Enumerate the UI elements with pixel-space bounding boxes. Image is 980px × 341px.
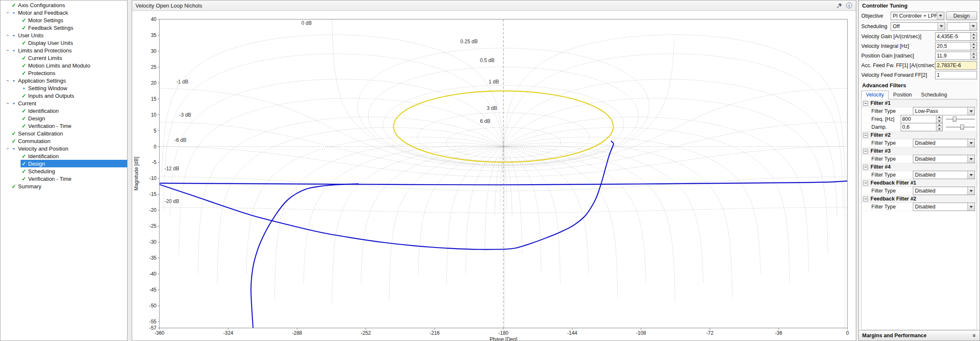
sidebar-item-inputs-and-outputs[interactable]: ✓Inputs and Outputs bbox=[0, 92, 127, 99]
objective-dropdown[interactable]: PI Controller + LPF bbox=[891, 12, 944, 20]
sidebar-item-feedback-settings[interactable]: ✓Feedback Settings bbox=[0, 24, 127, 31]
tab-position[interactable]: Position bbox=[889, 91, 916, 99]
design-button[interactable]: Design bbox=[946, 11, 977, 20]
filter-type-dropdown[interactable]: Low-Pass bbox=[913, 107, 975, 115]
tab-scheduling[interactable]: Scheduling bbox=[917, 91, 952, 99]
sidebar-item-motion-limits-and-modulo[interactable]: ✓Motion Limits and Modulo bbox=[0, 62, 127, 69]
check-icon: ✓ bbox=[21, 176, 27, 182]
filter-type-dropdown[interactable]: Disabled bbox=[913, 203, 975, 211]
info-icon[interactable]: i bbox=[846, 2, 852, 9]
tree-collapse-icon[interactable]: − bbox=[5, 146, 10, 151]
param-input[interactable]: 11,9 bbox=[935, 52, 977, 60]
spin-down-icon[interactable] bbox=[936, 127, 942, 131]
spin-down-icon[interactable] bbox=[971, 55, 977, 60]
sidebar-item-limits-and-protections[interactable]: −●Limits and Protections bbox=[0, 47, 127, 54]
sidebar-item-settling-window[interactable]: ●Settling Window bbox=[0, 84, 127, 92]
sidebar-item-verification-time[interactable]: ✓Verification - Time bbox=[0, 122, 127, 130]
margins-performance-expander[interactable]: Margins and Performance » bbox=[859, 330, 980, 341]
param-input[interactable]: 1 bbox=[935, 71, 977, 79]
sidebar-item-application-settings[interactable]: −●Application Settings bbox=[0, 77, 127, 84]
spin-up-icon[interactable] bbox=[971, 52, 977, 56]
sidebar-item-display-user-units[interactable]: ✓Display User Units bbox=[0, 39, 127, 47]
filter-type-dropdown[interactable]: Disabled bbox=[913, 171, 975, 179]
slider-track[interactable] bbox=[946, 119, 975, 120]
chevron-down-icon[interactable] bbox=[937, 12, 944, 20]
chevron-down-icon[interactable] bbox=[938, 23, 945, 30]
slider[interactable] bbox=[946, 116, 975, 122]
scheduling-dropdown[interactable]: Off bbox=[891, 22, 945, 31]
chevron-down-icon[interactable] bbox=[967, 139, 975, 147]
sidebar-item-design[interactable]: ✓Design bbox=[0, 115, 127, 122]
tree-collapse-icon[interactable]: − bbox=[5, 78, 10, 83]
sidebar-item-design[interactable]: ✓Design bbox=[0, 160, 127, 167]
spin-up-icon[interactable] bbox=[971, 42, 977, 46]
slider-thumb[interactable] bbox=[960, 125, 964, 130]
spinner[interactable] bbox=[970, 42, 977, 50]
filter-type-dropdown[interactable]: Disabled bbox=[913, 155, 975, 163]
sidebar-item-summary[interactable]: ✓Summary bbox=[0, 182, 127, 190]
spinner[interactable] bbox=[936, 115, 942, 123]
sidebar-item-current[interactable]: −●Current bbox=[0, 99, 127, 107]
chevron-down-icon[interactable] bbox=[967, 155, 975, 163]
tree-collapse-icon[interactable]: − bbox=[5, 47, 10, 53]
param-input[interactable]: 4,435E-5 bbox=[935, 32, 977, 41]
param-input[interactable]: 20,5 bbox=[935, 42, 977, 50]
tree-collapse-icon[interactable]: − bbox=[5, 32, 10, 38]
slider-thumb[interactable] bbox=[953, 117, 957, 122]
collapse-icon[interactable]: − bbox=[863, 133, 868, 138]
spin-down-icon[interactable] bbox=[971, 36, 977, 40]
filter-type-dropdown[interactable]: Disabled bbox=[913, 139, 975, 147]
tree-collapse-icon[interactable]: − bbox=[5, 10, 10, 16]
pin-icon[interactable] bbox=[836, 2, 842, 9]
param-input[interactable]: 2,7837E-6 bbox=[935, 61, 977, 70]
sidebar-item-motor-and-feedback[interactable]: −●Motor and Feedback bbox=[0, 9, 127, 16]
filter-group-header[interactable]: −Feedback Filter #1 bbox=[862, 179, 977, 187]
chevron-down-icon[interactable] bbox=[970, 23, 977, 30]
filter-group-header[interactable]: −Filter #2 bbox=[862, 131, 977, 139]
sidebar-item-protections[interactable]: ✓Protections bbox=[0, 69, 127, 77]
sidebar-item-axis-configurations[interactable]: ✓Axis Configurations bbox=[0, 1, 127, 9]
slider[interactable] bbox=[946, 124, 975, 130]
spinner[interactable] bbox=[970, 52, 977, 60]
chevron-double-icon[interactable]: » bbox=[971, 334, 978, 337]
collapse-icon[interactable]: − bbox=[863, 197, 868, 201]
sidebar-item-identification[interactable]: ✓Identification bbox=[0, 152, 127, 160]
filter-param-input[interactable]: 0,6 bbox=[901, 123, 943, 131]
sidebar-item-scheduling[interactable]: ✓Scheduling bbox=[0, 167, 127, 175]
filter-group-header[interactable]: −Feedback Filter #2 bbox=[862, 195, 977, 203]
collapse-icon[interactable]: − bbox=[863, 149, 868, 154]
spin-up-icon[interactable] bbox=[936, 123, 942, 127]
sidebar-item-velocity-and-position[interactable]: −●Velocity and Position bbox=[0, 145, 127, 152]
sidebar-item-commutation[interactable]: ✓Commutation bbox=[0, 137, 127, 145]
spin-down-icon[interactable] bbox=[971, 46, 977, 50]
chevron-down-icon[interactable] bbox=[967, 107, 975, 115]
filter-group-header[interactable]: −Filter #3 bbox=[862, 147, 977, 155]
filter-group-header[interactable]: −Filter #4 bbox=[862, 163, 977, 171]
spinner[interactable] bbox=[970, 33, 977, 40]
spin-up-icon[interactable] bbox=[971, 33, 977, 36]
sidebar-item-user-units[interactable]: −●User Units bbox=[0, 31, 127, 39]
x-tick-label: -144 bbox=[567, 330, 577, 336]
chevron-down-icon[interactable] bbox=[967, 187, 975, 195]
sidebar-item-verification-time[interactable]: ✓Verification - Time bbox=[0, 175, 127, 182]
tab-velocity[interactable]: Velocity bbox=[861, 91, 889, 99]
filter-group-header[interactable]: −Filter #1 bbox=[862, 99, 977, 107]
chevron-down-icon[interactable] bbox=[967, 203, 975, 211]
scheduling-mode-dropdown[interactable] bbox=[947, 22, 977, 31]
filter-param-input[interactable]: 800 bbox=[901, 115, 943, 123]
spin-up-icon[interactable] bbox=[936, 115, 942, 119]
tree-collapse-icon[interactable]: − bbox=[5, 100, 10, 106]
collapse-icon[interactable]: − bbox=[863, 181, 868, 185]
nichols-plot[interactable]: 0 dB0.25 dB0.5 dB1 dB3 dB6 dB-1 dB-3 dB-… bbox=[132, 11, 857, 341]
tree-splitter[interactable] bbox=[128, 0, 132, 341]
chevron-down-icon[interactable] bbox=[967, 171, 975, 179]
filter-type-dropdown[interactable]: Disabled bbox=[913, 187, 975, 195]
collapse-icon[interactable]: − bbox=[863, 165, 868, 169]
sidebar-item-sensor-calibration[interactable]: ✓Sensor Calibration bbox=[0, 130, 127, 137]
spinner[interactable] bbox=[936, 123, 942, 131]
spin-down-icon[interactable] bbox=[936, 119, 942, 123]
sidebar-item-identification[interactable]: ✓Identification bbox=[0, 107, 127, 115]
sidebar-item-motor-settings[interactable]: ✓Motor Settings bbox=[0, 16, 127, 24]
sidebar-item-current-limits[interactable]: ✓Current Limits bbox=[0, 54, 127, 62]
collapse-icon[interactable]: − bbox=[863, 101, 868, 106]
